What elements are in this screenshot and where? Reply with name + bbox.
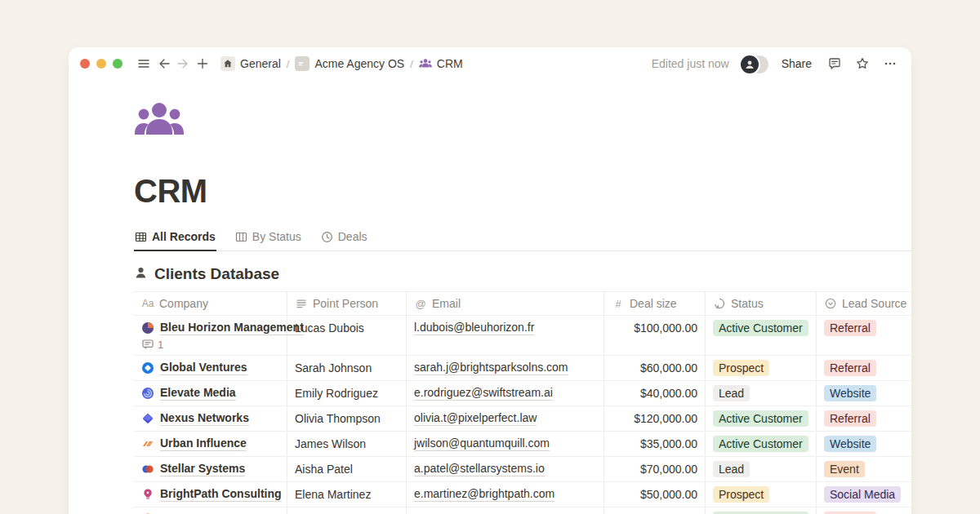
source-badge[interactable]: Event bbox=[824, 461, 865, 477]
cell-email[interactable]: l.dubois@bleuhorizon.fr bbox=[407, 316, 604, 355]
email-link[interactable]: olivia.t@pixelperfect.law bbox=[414, 410, 537, 426]
cell-status[interactable]: Prospect bbox=[706, 356, 817, 380]
cell-email[interactable]: jenn@vertexinnov.io bbox=[407, 507, 604, 514]
tab-all-records[interactable]: All Records bbox=[134, 227, 216, 251]
cell-email[interactable]: e.rodriguez@swiftstream.ai bbox=[407, 381, 604, 405]
cell-source[interactable]: Event bbox=[817, 457, 911, 481]
sidebar-menu-icon[interactable] bbox=[134, 54, 154, 73]
cell-person[interactable]: Aisha Patel bbox=[287, 457, 407, 481]
table-row[interactable]: Vertex InnovationsJenn Whitmorejenn@vert… bbox=[134, 507, 911, 514]
cell-deal[interactable]: $50,000.00 bbox=[604, 482, 706, 507]
company-name-link[interactable]: Global Ventures bbox=[160, 360, 247, 375]
cell-source[interactable]: Social Media bbox=[817, 482, 911, 507]
cell-email[interactable]: sarah.j@brightsparksolns.com bbox=[407, 356, 604, 380]
cell-email[interactable]: olivia.t@pixelperfect.law bbox=[407, 406, 604, 431]
cell-deal[interactable]: $40,000.00 bbox=[604, 381, 706, 405]
cell-deal[interactable]: $120,000.00 bbox=[604, 406, 706, 431]
cell-deal[interactable]: $100,000.00 bbox=[604, 316, 706, 355]
breadcrumb-item[interactable]: CRM bbox=[416, 55, 466, 72]
column-header-email[interactable]: @Email bbox=[407, 292, 604, 315]
cell-person[interactable]: Jenn Whitmore bbox=[287, 507, 407, 514]
cell-person[interactable]: Olivia Thompson bbox=[287, 406, 407, 431]
company-name-link[interactable]: Stellar Systems bbox=[160, 461, 245, 476]
status-badge[interactable]: Prospect bbox=[713, 486, 769, 503]
company-name-link[interactable]: Bleu Horizon Management bbox=[160, 320, 304, 335]
column-header-source[interactable]: Lead Source bbox=[817, 292, 911, 315]
company-name-link[interactable]: Nexus Networks bbox=[160, 410, 249, 426]
zoom-window-icon[interactable] bbox=[113, 59, 122, 69]
column-header-person[interactable]: Point Person bbox=[287, 292, 407, 315]
cell-source[interactable]: Referral bbox=[817, 406, 911, 431]
cell-source[interactable]: Website bbox=[817, 381, 911, 405]
cell-person[interactable]: James Wilson bbox=[287, 432, 407, 456]
cell-deal[interactable]: $35,000.00 bbox=[604, 432, 706, 456]
email-link[interactable]: e.martinez@brightpath.com bbox=[414, 486, 555, 502]
status-badge[interactable]: Lead bbox=[713, 461, 750, 477]
source-badge[interactable]: Referral bbox=[824, 410, 876, 427]
email-link[interactable]: e.rodriguez@swiftstream.ai bbox=[414, 385, 553, 401]
source-badge[interactable]: Website bbox=[824, 385, 876, 401]
table-row[interactable]: Urban InfluenceJames Wilsonjwilson@quant… bbox=[134, 432, 911, 457]
cell-deal[interactable]: $45,000.00 bbox=[604, 507, 706, 514]
cell-email[interactable]: a.patel@stellarsystems.io bbox=[407, 457, 604, 481]
status-badge[interactable]: Active Customer bbox=[713, 410, 808, 427]
company-name-link[interactable]: Elevate Media bbox=[160, 385, 236, 401]
status-badge[interactable]: Prospect bbox=[713, 360, 769, 376]
cell-person[interactable]: Emily Rodriguez bbox=[287, 381, 407, 405]
email-link[interactable]: l.dubois@bleuhorizon.fr bbox=[414, 320, 534, 335]
cell-company[interactable]: Nexus Networks bbox=[134, 406, 287, 431]
tab-deals[interactable]: Deals bbox=[320, 227, 368, 251]
cell-status[interactable]: Prospect bbox=[706, 482, 817, 507]
cell-person[interactable]: Lucas Dubois bbox=[287, 316, 407, 355]
more-options-icon[interactable] bbox=[880, 54, 900, 73]
source-badge[interactable]: Website bbox=[824, 436, 876, 452]
table-row[interactable]: Bleu Horizon Management1Lucas Duboisl.du… bbox=[134, 316, 911, 356]
cell-source[interactable]: Referral bbox=[817, 356, 911, 380]
cell-status[interactable]: Lead bbox=[706, 457, 817, 481]
cell-status[interactable]: Active Customer bbox=[706, 507, 817, 514]
cell-source[interactable]: Referral bbox=[817, 507, 911, 514]
comments-icon[interactable] bbox=[825, 54, 844, 73]
cell-email[interactable]: jwilson@quantumquill.com bbox=[407, 432, 604, 456]
page-people-icon[interactable] bbox=[134, 100, 185, 142]
cell-person[interactable]: Elena Martinez bbox=[287, 482, 407, 507]
cell-status[interactable]: Active Customer bbox=[706, 432, 817, 456]
status-badge[interactable]: Lead bbox=[713, 385, 750, 401]
source-badge[interactable]: Referral bbox=[824, 360, 876, 376]
email-link[interactable]: sarah.j@brightsparksolns.com bbox=[414, 360, 568, 375]
source-badge[interactable]: Referral bbox=[824, 320, 876, 336]
table-row[interactable]: Nexus NetworksOlivia Thompsonolivia.t@pi… bbox=[134, 406, 911, 432]
minimize-window-icon[interactable] bbox=[96, 59, 106, 69]
status-badge[interactable]: Active Customer bbox=[713, 320, 808, 336]
company-name-link[interactable]: BrightPath Consulting bbox=[160, 486, 282, 502]
company-name-link[interactable]: Urban Influence bbox=[160, 436, 247, 451]
new-page-icon[interactable] bbox=[193, 54, 212, 73]
cell-company[interactable]: Urban Influence bbox=[134, 432, 287, 456]
favorite-star-icon[interactable] bbox=[853, 54, 872, 73]
status-badge[interactable]: Active Customer bbox=[713, 436, 808, 452]
table-row[interactable]: Elevate MediaEmily Rodrigueze.rodriguez@… bbox=[134, 381, 911, 406]
cell-company[interactable]: BrightPath Consulting bbox=[134, 482, 287, 507]
column-header-company[interactable]: AaCompany bbox=[134, 292, 287, 315]
email-link[interactable]: jwilson@quantumquill.com bbox=[414, 436, 550, 451]
cell-company[interactable]: Vertex Innovations bbox=[134, 507, 287, 514]
cell-company[interactable]: Bleu Horizon Management1 bbox=[134, 316, 287, 355]
breadcrumb-item[interactable]: Acme Agency OS bbox=[292, 55, 408, 73]
breadcrumb-item[interactable]: General bbox=[217, 55, 284, 73]
table-row[interactable]: Global VenturesSarah Johnsonsarah.j@brig… bbox=[134, 356, 911, 381]
column-header-status[interactable]: Status bbox=[706, 292, 817, 315]
comment-indicator[interactable]: 1 bbox=[141, 339, 304, 351]
column-header-deal[interactable]: #Deal size bbox=[604, 292, 706, 315]
cell-company[interactable]: Elevate Media bbox=[134, 381, 287, 405]
cell-company[interactable]: Global Ventures bbox=[134, 356, 287, 380]
cell-source[interactable]: Website bbox=[817, 432, 911, 456]
cell-status[interactable]: Active Customer bbox=[706, 316, 817, 355]
collaborator-avatars[interactable] bbox=[739, 54, 768, 73]
table-row[interactable]: Stellar SystemsAisha Patela.patel@stella… bbox=[134, 457, 911, 482]
cell-email[interactable]: e.martinez@brightpath.com bbox=[407, 482, 604, 507]
share-button[interactable]: Share bbox=[777, 55, 817, 73]
cell-deal[interactable]: $60,000.00 bbox=[604, 356, 706, 380]
table-row[interactable]: BrightPath ConsultingElena Martineze.mar… bbox=[134, 482, 911, 507]
cell-deal[interactable]: $70,000.00 bbox=[604, 457, 706, 481]
cell-company[interactable]: Stellar Systems bbox=[134, 457, 287, 481]
